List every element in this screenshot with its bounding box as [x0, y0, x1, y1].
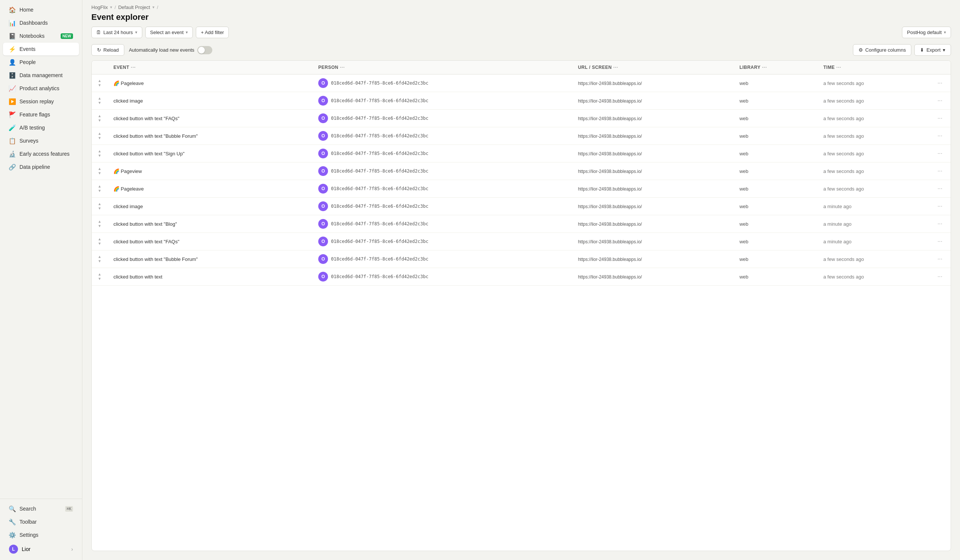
table-row[interactable]: ▲ ▼ 🌈 Pageleave O 018ced6d-047f-7f85-8ce…	[92, 75, 950, 92]
person-id[interactable]: 018ced6d-047f-7f85-8ce6-6fd42ed2c3bc	[331, 256, 428, 262]
person-id[interactable]: 018ced6d-047f-7f85-8ce6-6fd42ed2c3bc	[331, 204, 428, 209]
sidebar-item-surveys[interactable]: 📋 Surveys	[3, 134, 79, 147]
time-col-more[interactable]: ···	[837, 64, 841, 70]
sidebar-item-session-replay[interactable]: ▶️ Session replay	[3, 95, 79, 108]
auto-load-toggle[interactable]	[197, 46, 212, 54]
url-value[interactable]: https://lior-24938.bubbleapps.io/	[578, 169, 642, 174]
table-row[interactable]: ▲ ▼ clicked button with text "Bubble For…	[92, 127, 950, 145]
sidebar-item-data-pipeline[interactable]: 🔗 Data pipeline	[3, 161, 79, 173]
sidebar-user[interactable]: L Lior ›	[3, 542, 79, 557]
url-value[interactable]: https://lior-24938.bubbleapps.io/	[578, 151, 642, 157]
export-button[interactable]: ⬇ Export ▾	[914, 44, 951, 56]
person-id[interactable]: 018ced6d-047f-7f85-8ce6-6fd42ed2c3bc	[331, 116, 428, 121]
person-id[interactable]: 018ced6d-047f-7f85-8ce6-6fd42ed2c3bc	[331, 274, 428, 279]
library-col-more[interactable]: ···	[762, 64, 767, 70]
sidebar-item-search[interactable]: 🔍 Search ⌘K	[3, 502, 79, 515]
configure-columns-button[interactable]: ⚙ Configure columns	[853, 44, 911, 56]
row-more-button[interactable]: ···	[935, 184, 945, 192]
sidebar-item-settings[interactable]: ⚙️ Settings	[3, 528, 79, 541]
sidebar-item-dashboards[interactable]: 📊 Dashboards	[3, 16, 79, 29]
table-row[interactable]: ▲ ▼ 🌈 Pageview O 018ced6d-047f-7f85-8ce6…	[92, 162, 950, 180]
event-col-more[interactable]: ···	[131, 64, 136, 70]
table-row[interactable]: ▲ ▼ 🌈 Pageleave O 018ced6d-047f-7f85-8ce…	[92, 180, 950, 198]
table-row[interactable]: ▲ ▼ clicked button with text "Sign Up" O…	[92, 145, 950, 162]
row-more-button[interactable]: ···	[935, 202, 945, 210]
sidebar-item-events[interactable]: ⚡ Events	[3, 43, 79, 55]
row-more-button[interactable]: ···	[935, 237, 945, 245]
table-row[interactable]: ▲ ▼ clicked button with text O 018ced6d-…	[92, 268, 950, 286]
row-more-button[interactable]: ···	[935, 97, 945, 104]
table-row[interactable]: ▲ ▼ clicked image O 018ced6d-047f-7f85-8…	[92, 198, 950, 215]
expand-cell: ▲ ▼	[92, 198, 107, 215]
row-more-button[interactable]: ···	[935, 220, 945, 227]
person-id[interactable]: 018ced6d-047f-7f85-8ce6-6fd42ed2c3bc	[331, 80, 428, 86]
person-id[interactable]: 018ced6d-047f-7f85-8ce6-6fd42ed2c3bc	[331, 186, 428, 191]
sidebar-item-toolbar[interactable]: 🔧 Toolbar	[3, 515, 79, 528]
row-more-button[interactable]: ···	[935, 79, 945, 87]
home-icon: 🏠	[9, 6, 16, 13]
add-filter-button[interactable]: + Add filter	[196, 27, 229, 38]
sidebar-item-product-analytics[interactable]: 📈 Product analytics	[3, 82, 79, 95]
table-body: ▲ ▼ 🌈 Pageleave O 018ced6d-047f-7f85-8ce…	[92, 75, 950, 286]
url-col-more[interactable]: ···	[613, 64, 618, 70]
url-value[interactable]: https://lior-24938.bubbleapps.io/	[578, 134, 642, 139]
person-id[interactable]: 018ced6d-047f-7f85-8ce6-6fd42ed2c3bc	[331, 151, 428, 156]
expand-arrows[interactable]: ▲ ▼	[98, 166, 101, 176]
person-id[interactable]: 018ced6d-047f-7f85-8ce6-6fd42ed2c3bc	[331, 133, 428, 139]
url-value[interactable]: https://lior-24938.bubbleapps.io/	[578, 274, 642, 280]
sidebar-item-home[interactable]: 🏠 Home	[3, 3, 79, 16]
reload-button[interactable]: ↻ Reload	[91, 44, 124, 56]
expand-arrows[interactable]: ▲ ▼	[98, 272, 101, 281]
row-more-button[interactable]: ···	[935, 167, 945, 175]
expand-arrows[interactable]: ▲ ▼	[98, 96, 101, 105]
data-pipeline-icon: 🔗	[9, 163, 16, 170]
url-value[interactable]: https://lior-24938.bubbleapps.io/	[578, 186, 642, 192]
person-id[interactable]: 018ced6d-047f-7f85-8ce6-6fd42ed2c3bc	[331, 239, 428, 244]
url-value[interactable]: https://lior-24938.bubbleapps.io/	[578, 81, 642, 86]
expand-arrows[interactable]: ▲ ▼	[98, 184, 101, 193]
expand-arrows[interactable]: ▲ ▼	[98, 78, 101, 88]
url-value[interactable]: https://lior-24938.bubbleapps.io/	[578, 204, 642, 209]
row-more-button[interactable]: ···	[935, 114, 945, 122]
person-id[interactable]: 018ced6d-047f-7f85-8ce6-6fd42ed2c3bc	[331, 98, 428, 103]
url-value[interactable]: https://lior-24938.bubbleapps.io/	[578, 116, 642, 121]
expand-arrows[interactable]: ▲ ▼	[98, 254, 101, 264]
person-id[interactable]: 018ced6d-047f-7f85-8ce6-6fd42ed2c3bc	[331, 221, 428, 226]
row-more-button[interactable]: ···	[935, 272, 945, 280]
row-more-button[interactable]: ···	[935, 149, 945, 157]
table-row[interactable]: ▲ ▼ clicked button with text "FAQs" O 01…	[92, 233, 950, 250]
sidebar-item-people[interactable]: 👤 People	[3, 56, 79, 69]
table-row[interactable]: ▲ ▼ clicked button with text "Bubble For…	[92, 250, 950, 268]
table-row[interactable]: ▲ ▼ clicked button with text "Blog" O 01…	[92, 215, 950, 233]
url-value[interactable]: https://lior-24938.bubbleapps.io/	[578, 239, 642, 245]
expand-arrows[interactable]: ▲ ▼	[98, 131, 101, 140]
sidebar-item-early-access[interactable]: 🔬 Early access features	[3, 147, 79, 160]
expand-arrows[interactable]: ▲ ▼	[98, 219, 101, 228]
url-value[interactable]: https://lior-24938.bubbleapps.io/	[578, 98, 642, 104]
person-avatar: O	[318, 131, 328, 141]
sidebar-item-data-management[interactable]: 🗄️ Data management	[3, 69, 79, 82]
expand-up-icon: ▲	[98, 219, 101, 224]
table-row[interactable]: ▲ ▼ clicked image O 018ced6d-047f-7f85-8…	[92, 92, 950, 110]
posthog-default-button[interactable]: PostHog default ▾	[902, 27, 951, 38]
expand-arrows[interactable]: ▲ ▼	[98, 202, 101, 211]
time-value: a few seconds ago	[823, 133, 864, 139]
url-value[interactable]: https://lior-24938.bubbleapps.io/	[578, 222, 642, 227]
sidebar-item-notebooks[interactable]: 📓 Notebooks NEW	[3, 30, 79, 42]
expand-arrows[interactable]: ▲ ▼	[98, 149, 101, 158]
expand-arrows[interactable]: ▲ ▼	[98, 237, 101, 246]
row-more-button[interactable]: ···	[935, 132, 945, 140]
user-name: Lior	[22, 546, 30, 552]
expand-arrows[interactable]: ▲ ▼	[98, 114, 101, 123]
breadcrumb-hogflix[interactable]: HogFlix	[91, 5, 108, 10]
row-more-button[interactable]: ···	[935, 255, 945, 263]
breadcrumb-project[interactable]: Default Project	[118, 5, 150, 10]
url-value[interactable]: https://lior-24938.bubbleapps.io/	[578, 257, 642, 262]
sidebar-item-feature-flags[interactable]: 🚩 Feature flags	[3, 108, 79, 121]
person-id[interactable]: 018ced6d-047f-7f85-8ce6-6fd42ed2c3bc	[331, 168, 428, 174]
select-event-button[interactable]: Select an event ▾	[145, 27, 193, 38]
time-range-button[interactable]: 🗓 Last 24 hours ▾	[91, 27, 142, 38]
person-col-more[interactable]: ···	[340, 64, 345, 70]
table-row[interactable]: ▲ ▼ clicked button with text "FAQs" O 01…	[92, 110, 950, 127]
sidebar-item-ab-testing[interactable]: 🧪 A/B testing	[3, 121, 79, 134]
